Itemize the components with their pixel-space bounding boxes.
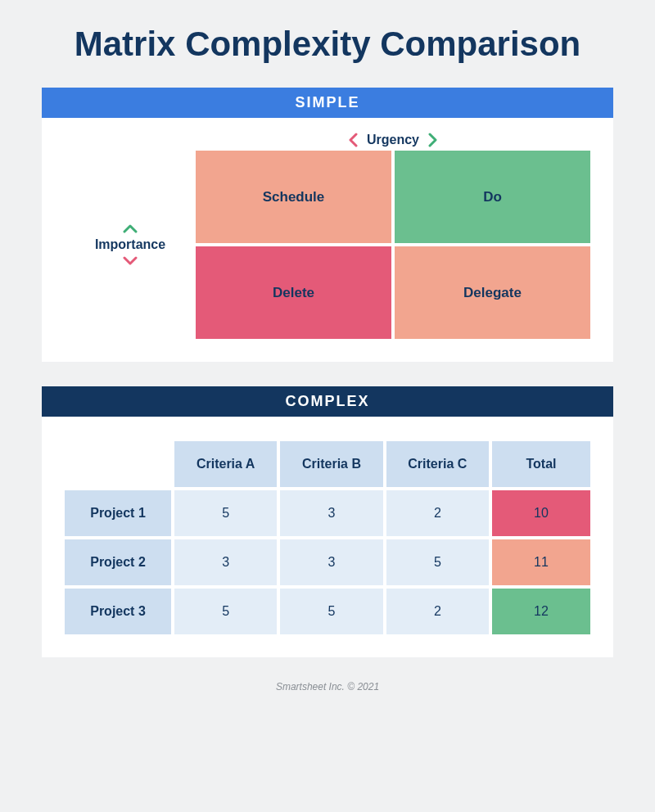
importance-label: Importance bbox=[95, 237, 165, 252]
table-cell: 5 bbox=[280, 589, 382, 634]
table-cell: 5 bbox=[174, 490, 277, 536]
chevron-down-icon bbox=[123, 255, 138, 267]
urgency-axis: Urgency bbox=[196, 133, 590, 147]
total-cell: 11 bbox=[492, 539, 590, 585]
footer-credit: Smartsheet Inc. © 2021 bbox=[41, 681, 614, 692]
table-corner bbox=[65, 441, 171, 487]
col-header-total: Total bbox=[492, 441, 590, 487]
col-header: Criteria B bbox=[280, 441, 382, 487]
page-title: Matrix Complexity Comparison bbox=[41, 25, 614, 64]
chevron-right-icon bbox=[426, 133, 439, 147]
urgency-label: Urgency bbox=[367, 133, 419, 147]
complex-header: COMPLEX bbox=[42, 386, 613, 417]
complex-card: COMPLEX Criteria A Criteria B Criteria C… bbox=[41, 386, 614, 658]
table-cell: 3 bbox=[280, 539, 382, 585]
quadrant-grid: Schedule Do Delete Delegate bbox=[196, 151, 590, 339]
row-header: Project 1 bbox=[65, 490, 171, 536]
table-cell: 2 bbox=[386, 490, 489, 536]
table-cell: 2 bbox=[386, 589, 489, 634]
chevron-up-icon bbox=[123, 223, 138, 234]
quadrant-do: Do bbox=[395, 151, 590, 243]
importance-axis: Importance bbox=[65, 151, 196, 339]
total-cell: 10 bbox=[492, 490, 590, 536]
col-header: Criteria A bbox=[174, 441, 277, 487]
chevron-left-icon bbox=[347, 133, 360, 147]
complex-table: Criteria A Criteria B Criteria C Total P… bbox=[65, 441, 590, 634]
quadrant-delete: Delete bbox=[196, 246, 391, 339]
simple-card: SIMPLE Urgency Importance bbox=[41, 87, 614, 363]
table-cell: 3 bbox=[280, 490, 382, 536]
total-cell: 12 bbox=[492, 589, 590, 634]
quadrant-schedule: Schedule bbox=[196, 151, 391, 243]
simple-header: SIMPLE bbox=[42, 88, 613, 118]
row-header: Project 2 bbox=[65, 539, 171, 585]
col-header: Criteria C bbox=[386, 441, 489, 487]
row-header: Project 3 bbox=[65, 589, 171, 634]
quadrant-delegate: Delegate bbox=[395, 246, 590, 339]
table-cell: 5 bbox=[174, 589, 277, 634]
table-cell: 3 bbox=[174, 539, 277, 585]
table-cell: 5 bbox=[386, 539, 489, 585]
